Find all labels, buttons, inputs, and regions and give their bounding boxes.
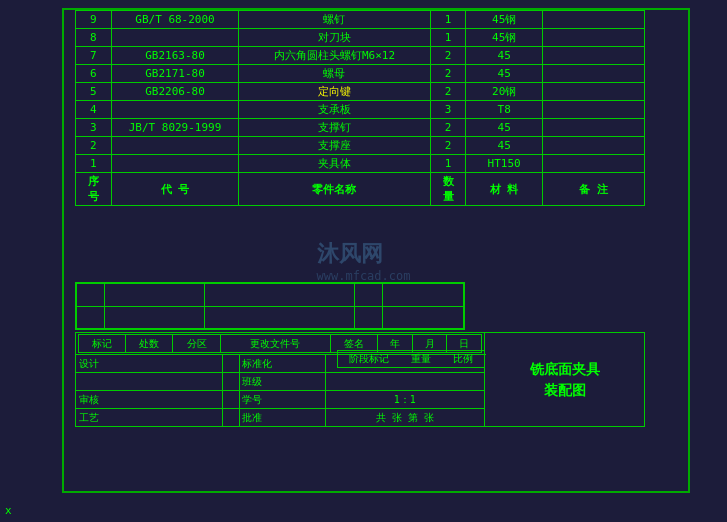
gongyi-value [222, 409, 239, 427]
table-row: 5 GB2206-80 定向键 2 20钢 [76, 83, 645, 101]
material-cell: 45钢 [466, 29, 543, 47]
bottom-info-block: 标记 处数 分区 更改文件号 签名 年 月 日 铣底面夹具装配图 [75, 332, 645, 427]
name-cell: 螺钉 [239, 11, 430, 29]
design-value [222, 355, 239, 373]
name-cell: 支承板 [239, 101, 430, 119]
code-cell [111, 155, 239, 173]
empty-label [76, 373, 223, 391]
seq-cell: 9 [76, 11, 112, 29]
info-table: 标记 处数 分区 更改文件号 签名 年 月 日 铣底面夹具装配图 [75, 332, 645, 427]
name-cell: 内六角圆柱头螺钉M6×12 [239, 47, 430, 65]
header-qty: 数量 [430, 173, 466, 206]
empty-grid-area [75, 282, 465, 330]
parts-table: 9 GB/T 68-2000 螺钉 1 45钢 8 对刀块 1 45钢 7 GB… [75, 10, 645, 206]
name-cell: 支撑钉 [239, 119, 430, 137]
pizhun-label: 批准 [239, 409, 325, 427]
seq-cell: 3 [76, 119, 112, 137]
material-cell: 45 [466, 137, 543, 155]
name-cell: 对刀块 [239, 29, 430, 47]
pages-value: 共 张 第 张 [325, 409, 484, 427]
table-row: 7 GB2163-80 内六角圆柱头螺钉M6×12 2 45 [76, 47, 645, 65]
remark-cell [542, 137, 644, 155]
empty-grid-table [76, 283, 464, 329]
empty-cell [105, 284, 205, 307]
material-cell: 45 [466, 119, 543, 137]
remark-cell [542, 47, 644, 65]
empty-cell [383, 284, 464, 307]
seq-cell: 2 [76, 137, 112, 155]
code-cell [111, 137, 239, 155]
code-cell: GB2163-80 [111, 47, 239, 65]
bottom-x-label: x [5, 504, 12, 517]
banji-value [325, 373, 484, 391]
header-code: 代 号 [111, 173, 239, 206]
empty-val [222, 373, 239, 391]
qty-cell: 2 [430, 119, 466, 137]
remark-cell [542, 119, 644, 137]
empty-cell [355, 284, 383, 307]
biaozhunhua-label: 标准化 [239, 355, 325, 373]
parts-table-section: 9 GB/T 68-2000 螺钉 1 45钢 8 对刀块 1 45钢 7 GB… [75, 10, 645, 206]
material-cell: T8 [466, 101, 543, 119]
gengga-label: 更改文件号 [220, 335, 330, 353]
shenhe-label: 审核 [76, 391, 223, 409]
empty-cell [205, 284, 355, 307]
header-material: 材 料 [466, 173, 543, 206]
qty-cell: 2 [430, 65, 466, 83]
empty-cell [105, 306, 205, 329]
biaoji-label: 标记 [79, 335, 126, 353]
remark-cell [542, 101, 644, 119]
table-row: 2 支撑座 2 45 [76, 137, 645, 155]
design-label: 设计 [76, 355, 223, 373]
remark-cell [542, 11, 644, 29]
qty-cell: 1 [430, 155, 466, 173]
remark-cell [542, 155, 644, 173]
code-cell [111, 29, 239, 47]
seq-cell: 5 [76, 83, 112, 101]
table-row: 1 夹具体 1 HT150 [76, 155, 645, 173]
fenqu-label: 分区 [173, 335, 220, 353]
code-cell: GB/T 68-2000 [111, 11, 239, 29]
header-seq: 序号 [76, 173, 112, 206]
code-cell: GB2171-80 [111, 65, 239, 83]
material-cell: 45钢 [466, 11, 543, 29]
banji-label: 班级 [239, 373, 325, 391]
scale-label: 比例 [453, 352, 473, 366]
qty-cell: 3 [430, 101, 466, 119]
table-row: 8 对刀块 1 45钢 [76, 29, 645, 47]
seq-cell: 4 [76, 101, 112, 119]
code-cell: GB2206-80 [111, 83, 239, 101]
empty-cell [355, 306, 383, 329]
empty-cell [77, 306, 105, 329]
stage-mark-row: 阶段标记 重量 比例 [337, 350, 485, 368]
remark-cell [542, 65, 644, 83]
material-cell: 45 [466, 65, 543, 83]
material-cell: 20钢 [466, 83, 543, 101]
seq-cell: 6 [76, 65, 112, 83]
name-cell: 螺母 [239, 65, 430, 83]
table-row: 6 GB2171-80 螺母 2 45 [76, 65, 645, 83]
table-row: 3 JB/T 8029-1999 支撑钉 2 45 [76, 119, 645, 137]
material-cell: HT150 [466, 155, 543, 173]
empty-cell [383, 306, 464, 329]
name-cell: 支撑座 [239, 137, 430, 155]
gongyi-label: 工艺 [76, 409, 223, 427]
qty-cell: 2 [430, 137, 466, 155]
empty-cell [77, 284, 105, 307]
seq-cell: 8 [76, 29, 112, 47]
code-cell: JB/T 8029-1999 [111, 119, 239, 137]
name-cell: 定向键 [239, 83, 430, 101]
qty-cell: 1 [430, 29, 466, 47]
code-cell [111, 101, 239, 119]
xuehao-label: 学号 [239, 391, 325, 409]
material-cell: 45 [466, 47, 543, 65]
stage-label: 阶段标记 [349, 352, 389, 366]
remark-cell [542, 29, 644, 47]
main-container: 9 GB/T 68-2000 螺钉 1 45钢 8 对刀块 1 45钢 7 GB… [0, 0, 727, 522]
table-row: 4 支承板 3 T8 [76, 101, 645, 119]
qty-cell: 2 [430, 47, 466, 65]
ratio-value: 1：1 [325, 391, 484, 409]
chushu-label: 处数 [126, 335, 173, 353]
table-header-row: 序号 代 号 零件名称 数量 材 料 备 注 [76, 173, 645, 206]
header-name: 零件名称 [239, 173, 430, 206]
